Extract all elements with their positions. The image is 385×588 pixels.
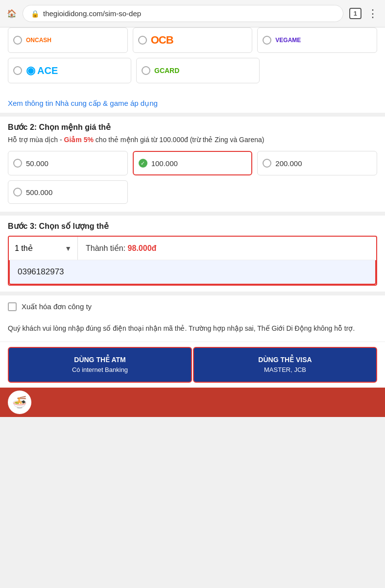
payment-buttons-container: DÙNG THẺ ATM Có internet Banking DÙNG TH…	[0, 342, 385, 388]
home-icon[interactable]: 🏠	[7, 9, 17, 18]
bottom-bar: 🍜	[0, 388, 385, 417]
step3-title-suffix: Chọn số lượng thẻ	[37, 222, 109, 230]
ace-logo: ◉ ACE	[26, 64, 58, 77]
visa-button-sub-label: MASTER, JCB	[199, 365, 371, 375]
browser-chrome: 🏠 🔒 thegioididong.com/sim-so-dep 1 ⋮	[0, 0, 385, 27]
total-amount-value: 98.000đ	[128, 244, 157, 253]
phone-input[interactable]	[18, 267, 367, 277]
quantity-select-wrapper[interactable]: 1 thẻ 2 thẻ 3 thẻ 4 thẻ 5 thẻ ▼	[9, 237, 78, 260]
radio-50000[interactable]	[13, 159, 22, 168]
step2-section: Bước 2: Chọn mệnh giá thẻ Hỗ trợ mùa dịc…	[0, 117, 385, 212]
url-text: thegioididong.com/sim-so-dep	[43, 9, 141, 18]
denom-500000-label: 500.000	[26, 188, 52, 196]
provider-gcard[interactable]: GCARD	[136, 58, 260, 83]
denom-200000-label: 200.000	[275, 159, 302, 168]
visa-payment-button[interactable]: DÙNG THẺ VISA MASTER, JCB	[193, 347, 377, 383]
quantity-select[interactable]: 1 thẻ 2 thẻ 3 thẻ 4 thẻ 5 thẻ	[9, 237, 77, 259]
radio-ocb[interactable]	[138, 36, 147, 45]
step2-desc-suffix: cho thẻ mệnh giá từ 100.000đ (trừ thẻ Zi…	[94, 136, 265, 144]
provider-vegame[interactable]: VEGAME	[257, 27, 377, 53]
step2-title-prefix: Bước 2:	[8, 123, 37, 131]
bottom-logo: 🍜	[8, 391, 31, 414]
atm-button-sub-label: Có internet Banking	[14, 365, 186, 375]
radio-500000[interactable]	[13, 188, 22, 196]
denom-50000-label: 50.000	[26, 159, 48, 168]
provider-row-2: ◉ ACE GCARD	[8, 58, 377, 83]
atm-payment-button[interactable]: DÙNG THẺ ATM Có internet Banking	[8, 347, 192, 383]
note-text: Quý khách vui lòng nhập đúng số điện tho…	[0, 318, 385, 342]
step3-title: Bước 3: Chọn số lượng thẻ	[8, 221, 377, 231]
step3-title-prefix: Bước 3:	[8, 222, 37, 230]
invoice-label: Xuất hóa đơn công ty	[22, 302, 92, 311]
tab-count[interactable]: 1	[349, 8, 361, 19]
denom-100000-label: 100.000	[151, 159, 178, 168]
denom-500000[interactable]: 500.000	[8, 180, 128, 204]
denom-single-row: 500.000	[8, 180, 377, 204]
denom-100000[interactable]: ✓ 100.000	[133, 151, 253, 175]
provider-ocb[interactable]: OCB	[133, 27, 253, 53]
address-bar[interactable]: 🔒 thegioididong.com/sim-so-dep	[23, 5, 343, 22]
invoice-checkbox[interactable]	[8, 302, 17, 311]
step2-title: Bước 2: Chọn mệnh giá thẻ	[8, 122, 377, 132]
radio-ace[interactable]	[13, 66, 22, 75]
denom-50000[interactable]: 50.000	[8, 151, 128, 175]
radio-vegame[interactable]	[263, 36, 271, 45]
atm-button-main-label: DÙNG THẺ ATM	[14, 355, 186, 365]
radio-oncash[interactable]	[13, 36, 22, 45]
total-price-display: Thành tiền: 98.000đ	[78, 237, 376, 260]
step2-title-suffix: Chọn mệnh giá thẻ	[37, 123, 111, 131]
step2-desc-highlight: Giảm 5%	[64, 136, 94, 144]
step2-desc: Hỗ trợ mùa dịch - Giảm 5% cho thẻ mệnh g…	[8, 135, 377, 145]
provider-info-link[interactable]: Xem thông tin Nhà cung cấp & game áp dụn…	[0, 94, 385, 113]
radio-gcard[interactable]	[142, 66, 150, 75]
phone-row[interactable]	[9, 260, 376, 285]
step2-desc-prefix: Hỗ trợ mùa dịch -	[8, 136, 64, 144]
denomination-grid: 50.000 ✓ 100.000 200.000	[8, 151, 377, 175]
invoice-checkbox-row[interactable]: Xuất hóa đơn công ty	[0, 295, 385, 318]
quantity-total-row: 1 thẻ 2 thẻ 3 thẻ 4 thẻ 5 thẻ ▼ Thành ti…	[9, 237, 376, 260]
lock-icon: 🔒	[31, 10, 39, 18]
ocb-logo: OCB	[151, 34, 173, 47]
total-label: Thành tiền:	[86, 244, 125, 253]
provider-ace[interactable]: ◉ ACE	[8, 58, 131, 83]
step3-section: Bước 3: Chọn số lượng thẻ 1 thẻ 2 thẻ 3 …	[0, 216, 385, 292]
radio-100000-checked[interactable]: ✓	[139, 159, 147, 168]
vegame-logo: VEGAME	[275, 37, 301, 44]
denom-200000[interactable]: 200.000	[257, 151, 377, 175]
gcard-logo: GCARD	[154, 67, 179, 74]
card-providers-section: ONCASH OCB VEGAME ◉ ACE GCARD	[0, 27, 385, 94]
oncash-logo: ONCASH	[26, 37, 51, 44]
provider-oncash[interactable]: ONCASH	[8, 27, 128, 53]
radio-200000[interactable]	[263, 159, 271, 168]
visa-button-main-label: DÙNG THẺ VISA	[199, 355, 371, 365]
provider-row-1: ONCASH OCB VEGAME	[8, 27, 377, 53]
menu-icon[interactable]: ⋮	[367, 7, 378, 20]
